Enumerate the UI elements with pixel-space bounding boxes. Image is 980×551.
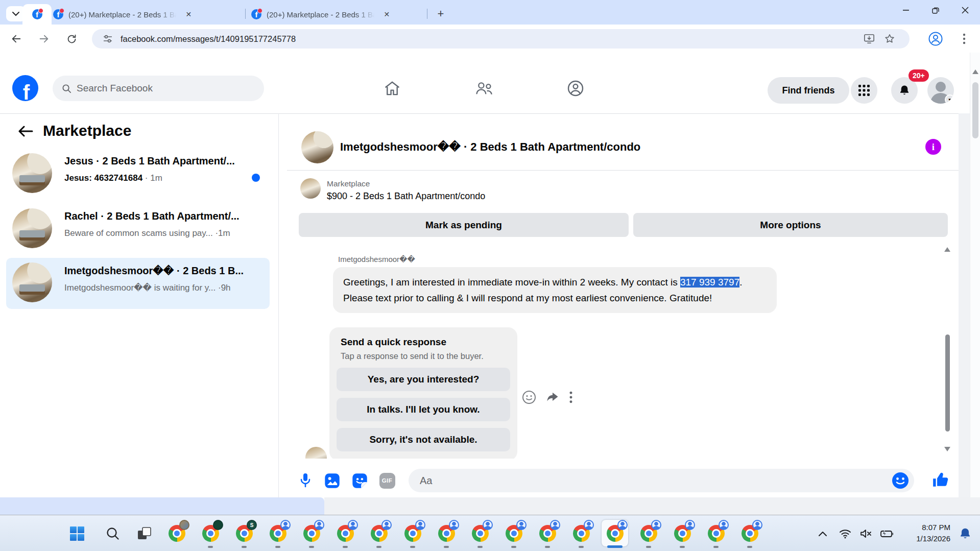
chrome-window-3[interactable]: S bbox=[227, 517, 261, 549]
start-button[interactable] bbox=[66, 523, 88, 544]
tab-close-icon[interactable]: ✕ bbox=[381, 9, 392, 20]
chrome-profile-badge bbox=[314, 520, 324, 530]
chat-avatar[interactable] bbox=[301, 131, 333, 163]
message-sender: Imetgodshesmoor�� bbox=[338, 255, 415, 264]
chevron-up-icon bbox=[819, 531, 827, 536]
sticker-button[interactable] bbox=[350, 471, 369, 490]
chrome-window-18[interactable] bbox=[733, 517, 767, 549]
friends-tab[interactable] bbox=[474, 78, 494, 99]
chrome-window-1[interactable] bbox=[160, 517, 194, 549]
emoji-button[interactable] bbox=[892, 472, 909, 489]
chrome-profile-badge bbox=[516, 520, 527, 530]
chrome-window-10[interactable] bbox=[463, 517, 497, 549]
chrome-window-6[interactable] bbox=[328, 517, 362, 549]
facebook-page: f Find friends 20+ ▾ bbox=[0, 53, 980, 515]
quick-response-subtitle: Tap a response to send it to the buyer. bbox=[341, 351, 510, 361]
scroll-up-icon[interactable] bbox=[972, 69, 978, 74]
notification-center-button[interactable] bbox=[954, 523, 976, 544]
site-controls-icon[interactable] bbox=[103, 35, 112, 43]
browser-profile-button[interactable] bbox=[927, 31, 944, 47]
mark-as-pending-button[interactable]: Mark as pending bbox=[299, 213, 629, 237]
chrome-window-4[interactable] bbox=[261, 517, 295, 549]
listing-thumbnail[interactable] bbox=[300, 178, 321, 199]
chrome-window-16[interactable] bbox=[665, 517, 699, 549]
chrome-window-11[interactable] bbox=[497, 517, 531, 549]
window-minimize-button[interactable] bbox=[891, 0, 921, 20]
forward-button[interactable] bbox=[36, 31, 52, 47]
chrome-profile-badge bbox=[348, 520, 358, 530]
quick-reply-not-available[interactable]: Sorry, it's not available. bbox=[337, 428, 510, 451]
quick-reply-interested[interactable]: Yes, are you interested? bbox=[337, 368, 510, 391]
conversation-jesus[interactable]: Jesus · 2 Beds 1 Bath Apartment/... Jesu… bbox=[6, 149, 270, 199]
more-options-button[interactable]: More options bbox=[633, 213, 948, 237]
chat-scroll-up-icon[interactable] bbox=[944, 247, 950, 252]
volume-indicator[interactable] bbox=[855, 523, 876, 544]
task-view-button[interactable] bbox=[134, 523, 155, 544]
voice-clip-button[interactable] bbox=[296, 471, 315, 490]
conversation-rachel[interactable]: Rachel · 2 Beds 1 Bath Apartment/... Bew… bbox=[6, 204, 270, 254]
marketplace-back-button[interactable] bbox=[15, 121, 36, 141]
reply-icon[interactable] bbox=[545, 391, 560, 404]
install-icon[interactable] bbox=[864, 33, 875, 44]
chrome-window-9[interactable] bbox=[429, 517, 463, 549]
facebook-search[interactable] bbox=[53, 76, 264, 101]
find-friends-button[interactable]: Find friends bbox=[768, 77, 849, 104]
send-like-button[interactable] bbox=[931, 470, 951, 490]
react-emoji-icon[interactable] bbox=[522, 390, 536, 404]
chrome-profile-badge bbox=[752, 520, 762, 530]
tab-pinned-active[interactable]: f bbox=[22, 4, 52, 25]
more-icon[interactable] bbox=[569, 391, 573, 404]
quick-reply-in-talks[interactable]: In talks. I'll let you know. bbox=[337, 398, 510, 421]
reload-button[interactable] bbox=[63, 31, 80, 47]
tab-marketplace-2[interactable]: f (20+) Marketplace - 2 Beds 1 Ba ✕ bbox=[251, 4, 420, 25]
chrome-window-12[interactable] bbox=[531, 517, 564, 549]
window-close-button[interactable] bbox=[950, 0, 980, 20]
restore-icon bbox=[932, 7, 939, 14]
search-input[interactable] bbox=[77, 83, 245, 94]
chrome-window-7[interactable] bbox=[362, 517, 396, 549]
clock-time: 8:07 PM bbox=[916, 522, 950, 533]
home-tab[interactable] bbox=[382, 78, 402, 99]
url-bar[interactable]: facebook.com/messages/t/1409195177245778 bbox=[92, 29, 910, 49]
back-button[interactable] bbox=[8, 31, 25, 47]
bookmark-star-icon[interactable] bbox=[884, 33, 895, 44]
chat-scroll-down-icon[interactable] bbox=[944, 447, 950, 451]
tab-close-icon[interactable]: ✕ bbox=[183, 9, 194, 20]
forward-icon bbox=[38, 33, 50, 44]
chrome-window-13[interactable] bbox=[564, 517, 598, 549]
notification-bell-icon bbox=[959, 527, 972, 540]
gif-button[interactable]: GIF bbox=[378, 471, 396, 490]
taskbar-clock[interactable]: 8:07 PM 1/13/2026 bbox=[916, 522, 950, 544]
tab-marketplace-1[interactable]: f (20+) Marketplace - 2 Beds 1 Ba ✕ bbox=[53, 4, 237, 25]
conversation-imetgodshesmoor[interactable]: Imetgodshesmoor�� · 2 Beds 1 B... Imetgo… bbox=[6, 258, 270, 309]
facebook-favicon-icon: f bbox=[53, 9, 63, 19]
chrome-profile-badge bbox=[584, 520, 594, 530]
page-scrollbar[interactable] bbox=[970, 53, 980, 515]
account-menu-button[interactable]: ▾ bbox=[927, 77, 954, 104]
message-composer[interactable] bbox=[409, 469, 914, 492]
battery-indicator[interactable] bbox=[876, 523, 898, 544]
taskbar-search-button[interactable] bbox=[102, 523, 124, 544]
message-bubble[interactable]: Greetings, I am interested in immediate … bbox=[333, 267, 777, 313]
apps-menu-button[interactable] bbox=[851, 77, 877, 104]
chrome-window-17[interactable] bbox=[699, 517, 733, 549]
chrome-profile-badge bbox=[617, 520, 628, 530]
chrome-window-5[interactable] bbox=[295, 517, 328, 549]
chrome-window-15[interactable] bbox=[632, 517, 665, 549]
browser-menu-button[interactable] bbox=[956, 31, 972, 47]
message-input[interactable] bbox=[420, 475, 869, 487]
attach-photo-button[interactable] bbox=[323, 471, 341, 490]
chrome-window-8[interactable] bbox=[396, 517, 429, 549]
new-tab-button[interactable]: + bbox=[433, 7, 448, 20]
conversation-info-button[interactable]: i bbox=[925, 139, 941, 155]
chat-scrollbar-thumb[interactable] bbox=[945, 334, 950, 432]
listing-avatar bbox=[12, 208, 52, 248]
wifi-indicator[interactable] bbox=[834, 523, 856, 544]
page-scrollbar-thumb[interactable] bbox=[972, 82, 978, 138]
facebook-logo[interactable]: f bbox=[12, 75, 38, 101]
communities-tab[interactable] bbox=[565, 78, 586, 99]
tray-overflow-button[interactable] bbox=[812, 523, 833, 544]
chrome-window-2[interactable] bbox=[194, 517, 227, 549]
chrome-window-active[interactable] bbox=[598, 517, 632, 549]
window-restore-button[interactable] bbox=[921, 0, 950, 20]
